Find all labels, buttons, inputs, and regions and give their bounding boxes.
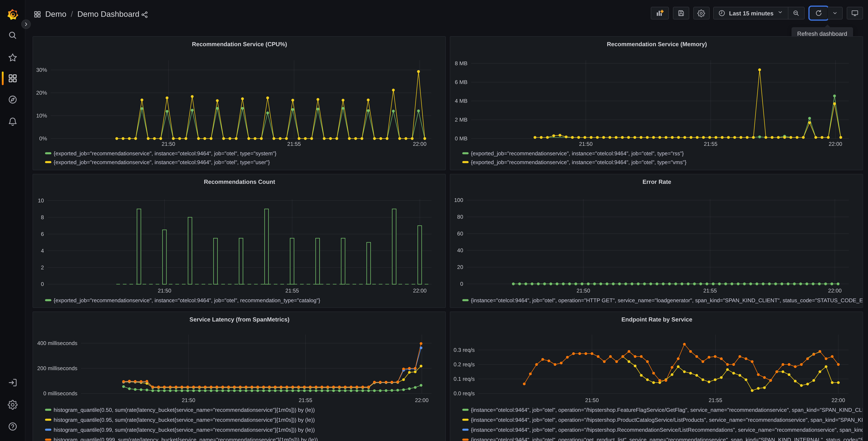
svg-text:0 milliseconds: 0 milliseconds [43, 390, 78, 396]
svg-text:0.0 req/s: 0.0 req/s [454, 390, 474, 396]
svg-text:Recommendations Count: Recommendations Count [204, 178, 275, 185]
svg-text:0 MB: 0 MB [455, 136, 467, 142]
svg-text:8: 8 [41, 214, 44, 220]
svg-text:Recommendation Service (CPU%): Recommendation Service (CPU%) [192, 41, 287, 48]
svg-text:{instance="otelcol:9464", job=: {instance="otelcol:9464", job="otel", op… [471, 427, 863, 433]
svg-text:10%: 10% [36, 113, 47, 119]
svg-text:21:50: 21:50 [161, 141, 175, 147]
svg-text:{instance="otelcol:9464", job=: {instance="otelcol:9464", job="otel", op… [471, 297, 863, 303]
svg-text:0: 0 [41, 281, 44, 287]
svg-text:Service Latency (from SpanMetr: Service Latency (from SpanMetrics) [189, 316, 289, 323]
svg-text:0.1 req/s: 0.1 req/s [454, 376, 474, 382]
svg-text:22:00: 22:00 [413, 141, 427, 147]
svg-text:22:00: 22:00 [415, 397, 429, 404]
svg-text:6: 6 [41, 231, 44, 237]
svg-text:22:00: 22:00 [828, 288, 842, 294]
svg-text:{instance="otelcol:9464", job=: {instance="otelcol:9464", job="otel", op… [471, 437, 863, 441]
svg-text:0: 0 [460, 281, 463, 287]
svg-text:Recommendation Service (Memory: Recommendation Service (Memory) [607, 41, 707, 48]
svg-text:histogram_quantile(0.50, sum(r: histogram_quantile(0.50, sum(rate(latenc… [54, 407, 315, 413]
svg-text:22:00: 22:00 [828, 141, 842, 147]
svg-text:20%: 20% [36, 90, 47, 96]
svg-text:0.2 req/s: 0.2 req/s [454, 361, 474, 368]
svg-text:4 MB: 4 MB [455, 98, 467, 104]
svg-text:histogram_quantile(0.99, sum(r: histogram_quantile(0.99, sum(rate(latenc… [54, 427, 315, 433]
svg-text:100: 100 [454, 197, 463, 203]
svg-text:21:55: 21:55 [285, 288, 299, 294]
svg-text:6 MB: 6 MB [455, 79, 467, 85]
svg-text:21:50: 21:50 [585, 397, 599, 404]
svg-text:21:50: 21:50 [182, 397, 195, 404]
svg-text:Endpoint Rate by Service: Endpoint Rate by Service [621, 316, 692, 323]
svg-text:{exported_job="recommendations: {exported_job="recommendationservice", i… [54, 150, 277, 157]
svg-text:8 MB: 8 MB [455, 60, 467, 66]
svg-text:Error Rate: Error Rate [642, 178, 671, 185]
svg-text:21:50: 21:50 [158, 288, 172, 294]
svg-text:20: 20 [457, 264, 463, 270]
svg-text:30%: 30% [36, 67, 47, 73]
svg-text:21:55: 21:55 [709, 397, 722, 404]
svg-text:21:55: 21:55 [704, 141, 717, 147]
svg-text:80: 80 [457, 214, 463, 220]
svg-text:{exported_job="recommendations: {exported_job="recommendationservice", i… [54, 159, 270, 166]
svg-text:10: 10 [38, 198, 44, 204]
svg-text:{exported_job="recommendations: {exported_job="recommendationservice", i… [471, 150, 684, 157]
svg-text:0.3 req/s: 0.3 req/s [454, 347, 474, 353]
svg-text:60: 60 [457, 231, 463, 237]
svg-text:2: 2 [41, 264, 44, 271]
svg-text:0%: 0% [39, 136, 47, 142]
svg-text:21:55: 21:55 [703, 288, 717, 294]
svg-text:histogram_quantile(0.95, sum(r: histogram_quantile(0.95, sum(rate(latenc… [54, 417, 315, 423]
svg-text:21:50: 21:50 [579, 141, 593, 147]
svg-text:40: 40 [457, 247, 463, 254]
svg-text:22:00: 22:00 [413, 288, 427, 294]
svg-text:{instance="otelcol:9464", job=: {instance="otelcol:9464", job="otel", op… [471, 417, 863, 423]
svg-text:{exported_job="recommendations: {exported_job="recommendationservice", i… [54, 297, 320, 303]
svg-text:2 MB: 2 MB [455, 117, 467, 123]
svg-text:22:00: 22:00 [831, 397, 845, 404]
svg-text:21:50: 21:50 [576, 288, 590, 294]
svg-text:21:55: 21:55 [287, 141, 301, 147]
svg-text:4: 4 [41, 248, 44, 254]
svg-text:{instance="otelcol:9464", job=: {instance="otelcol:9464", job="otel", op… [471, 407, 863, 413]
svg-text:histogram_quantile(0.999, sum(: histogram_quantile(0.999, sum(rate(laten… [54, 437, 318, 441]
svg-text:21:55: 21:55 [299, 397, 312, 404]
svg-text:{exported_job="recommendations: {exported_job="recommendationservice", i… [471, 159, 686, 166]
svg-text:200 milliseconds: 200 milliseconds [37, 365, 78, 372]
svg-text:400 milliseconds: 400 milliseconds [37, 340, 78, 346]
